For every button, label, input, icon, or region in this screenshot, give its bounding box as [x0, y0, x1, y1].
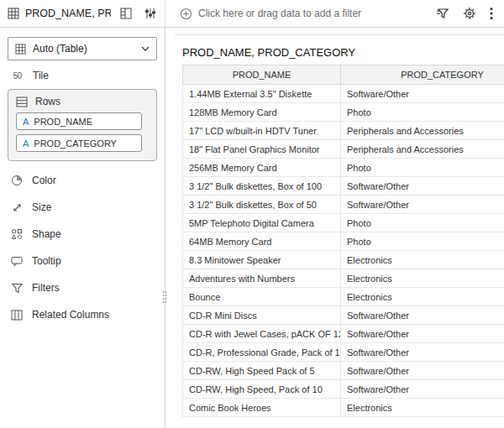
field-type-icon: A [23, 117, 29, 127]
table-grid-icon [15, 44, 26, 55]
visualization-card[interactable]: PROD_NAME, PROD_CATEGORY PROD_NAME PROD_… [175, 34, 504, 428]
table-row[interactable]: CD-R Mini DiscsSoftware/Other [183, 306, 504, 325]
tooltip-drop-target[interactable]: Tooltip [8, 248, 157, 274]
assignments-panel-toggle-button[interactable] [141, 4, 160, 23]
grammar-panel-toggle-button[interactable] [117, 4, 135, 23]
settings-button[interactable] [463, 7, 476, 20]
cell-prod-category[interactable]: Photo [341, 103, 504, 122]
cell-prod-category[interactable]: Software/Other [341, 343, 504, 362]
shape-icon [10, 227, 24, 241]
filters-drop-target[interactable]: Filters [8, 274, 157, 301]
grammar-item-label: Size [32, 201, 51, 213]
filter-prompt-label: Click here or drag data to add a filter [198, 8, 361, 19]
tooltip-icon [10, 254, 24, 268]
table-row[interactable]: 64MB Memory CardPhoto [183, 232, 504, 251]
cell-prod-name[interactable]: Adventures with Numbers [183, 269, 341, 288]
table-row[interactable]: 3 1/2" Bulk diskettes, Box of 50Software… [183, 196, 504, 214]
gear-icon [463, 7, 476, 20]
table-viz-icon [8, 8, 19, 19]
cell-prod-category[interactable]: Electronics [341, 288, 504, 306]
table-row[interactable]: 18" Flat Panel Graphics MonitorPeriphera… [183, 140, 504, 159]
cell-prod-category[interactable]: Software/Other [341, 325, 504, 343]
cell-prod-name[interactable]: 17" LCD w/built-in HDTV Tuner [183, 122, 341, 140]
table-row[interactable]: CD-RW, High Speed, Pack of 10Software/Ot… [183, 380, 504, 399]
column-header-prod-name[interactable]: PROD_NAME [183, 65, 341, 85]
cell-prod-name[interactable]: 64MB Memory Card [183, 232, 341, 251]
color-icon [10, 174, 24, 187]
canvas-area: PROD_NAME, PROD_CATEGORY PROD_NAME PROD_… [165, 28, 504, 428]
cell-prod-category[interactable]: Software/Other [341, 85, 504, 103]
visualization-title-topbar: PROD_NAME, PROD... [25, 8, 111, 19]
add-filter-icon [180, 8, 192, 20]
cell-prod-category[interactable]: Electronics [341, 251, 504, 269]
rows-header: Rows [16, 96, 149, 107]
grammar-panel: Auto (Table) 50 Tile Rows A PROD_NAME A … [0, 28, 165, 428]
values-icon: 50 [10, 71, 24, 81]
table-row[interactable]: Comic Book HeroesElectronics [183, 399, 504, 417]
cell-prod-category[interactable]: Electronics [341, 269, 504, 288]
cell-prod-name[interactable]: 18" Flat Panel Graphics Monitor [183, 140, 341, 159]
table-row[interactable]: 128MB Memory CardPhoto [183, 103, 504, 122]
viz-type-dropdown[interactable]: Auto (Table) [8, 37, 157, 60]
table-row[interactable]: 8.3 Minitower SpeakerElectronics [183, 251, 504, 269]
cell-prod-category[interactable]: Peripherals and Accessories [341, 140, 504, 159]
table-row[interactable]: BounceElectronics [183, 288, 504, 306]
cell-prod-name[interactable]: 3 1/2" Bulk diskettes, Box of 100 [183, 177, 341, 196]
table-row[interactable]: CD-R, Professional Grade, Pack of 10Soft… [183, 343, 504, 362]
shape-drop-target[interactable]: Shape [8, 221, 157, 248]
rows-drop-zone[interactable]: Rows A PROD_NAME A PROD_CATEGORY [8, 89, 157, 161]
filter-bar[interactable]: Click here or drag data to add a filter [165, 0, 429, 27]
cell-prod-category[interactable]: Photo [341, 159, 504, 177]
cell-prod-category[interactable]: Photo [341, 214, 504, 232]
column-header-prod-category[interactable]: PROD_CATEGORY [341, 65, 504, 85]
field-pill-label: PROD_CATEGORY [34, 138, 117, 149]
cell-prod-category[interactable]: Software/Other [341, 177, 504, 196]
field-type-icon: A [23, 138, 29, 149]
table-row[interactable]: 17" LCD w/built-in HDTV TunerPeripherals… [183, 122, 504, 140]
cell-prod-name[interactable]: CD-R with Jewel Cases, pACK OF 12 [183, 325, 341, 343]
related-columns-drop-target[interactable]: Related Columns [8, 301, 157, 328]
cell-prod-category[interactable]: Software/Other [341, 380, 504, 399]
data-table: PROD_NAME PROD_CATEGORY 1.44MB External … [182, 65, 504, 417]
cell-prod-name[interactable]: 3 1/2" Bulk diskettes, Box of 50 [183, 196, 341, 214]
rows-label: Rows [35, 96, 60, 107]
cell-prod-category[interactable]: Peripherals and Accessories [341, 122, 504, 140]
cell-prod-name[interactable]: CD-R Mini Discs [183, 306, 341, 325]
menu-button[interactable] [490, 7, 493, 20]
cell-prod-name[interactable]: CD-RW, High Speed Pack of 5 [183, 362, 341, 380]
tile-drop-target[interactable]: 50 Tile [8, 60, 157, 89]
filter-toggle-button[interactable] [436, 8, 449, 20]
cell-prod-name[interactable]: CD-RW, High Speed, Pack of 10 [183, 380, 341, 399]
table-row[interactable]: 5MP Telephoto Digital CameraPhoto [183, 214, 504, 232]
cell-prod-name[interactable]: CD-R, Professional Grade, Pack of 10 [183, 343, 341, 362]
cell-prod-name[interactable]: 8.3 Minitower Speaker [183, 251, 341, 269]
grammar-item-label: Tooltip [32, 255, 61, 267]
cell-prod-name[interactable]: 128MB Memory Card [183, 103, 341, 122]
color-drop-target[interactable]: Color [8, 167, 157, 194]
cell-prod-category[interactable]: Software/Other [341, 362, 504, 380]
tile-label: Tile [33, 70, 49, 81]
cell-prod-category[interactable]: Electronics [341, 399, 504, 417]
sliders-icon [144, 8, 156, 19]
field-pill-prod-name[interactable]: A PROD_NAME [16, 112, 142, 130]
cell-prod-name[interactable]: Comic Book Heroes [183, 399, 341, 417]
panel-resize-handle[interactable] [161, 290, 168, 305]
cell-prod-name[interactable]: 5MP Telephoto Digital Camera [183, 214, 341, 232]
grammar-item-label: Color [32, 175, 56, 186]
cell-prod-name[interactable]: 256MB Memory Card [183, 159, 341, 177]
size-drop-target[interactable]: Size [8, 194, 157, 221]
table-row[interactable]: CD-RW, High Speed Pack of 5Software/Othe… [183, 362, 504, 380]
cell-prod-name[interactable]: Bounce [183, 288, 341, 306]
cell-prod-category[interactable]: Software/Other [341, 196, 504, 214]
cell-prod-category[interactable]: Photo [341, 232, 504, 251]
table-row[interactable]: Adventures with NumbersElectronics [183, 269, 504, 288]
columns-icon [10, 308, 24, 321]
cell-prod-name[interactable]: 1.44MB External 3.5" Diskette [183, 85, 341, 103]
table-row[interactable]: 1.44MB External 3.5" DisketteSoftware/Ot… [183, 85, 504, 103]
table-row[interactable]: 256MB Memory CardPhoto [183, 159, 504, 177]
table-row[interactable]: CD-R with Jewel Cases, pACK OF 12Softwar… [183, 325, 504, 343]
cell-prod-category[interactable]: Software/Other [341, 306, 504, 325]
field-pill-prod-category[interactable]: A PROD_CATEGORY [16, 134, 142, 152]
table-row[interactable]: 3 1/2" Bulk diskettes, Box of 100Softwar… [183, 177, 504, 196]
grammar-item-label: Shape [32, 228, 61, 240]
